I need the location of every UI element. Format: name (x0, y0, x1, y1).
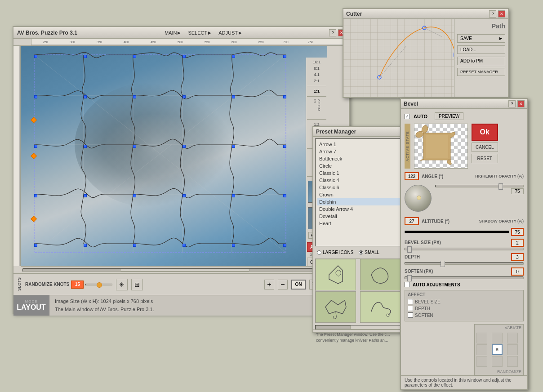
control-point[interactable] (232, 194, 235, 197)
control-point[interactable] (283, 95, 286, 98)
highlight-slider[interactable] (435, 185, 524, 187)
variate-cell-6[interactable] (507, 344, 518, 355)
preset-scrollbar[interactable] (315, 325, 404, 330)
preset-manager-btn[interactable]: PRESET MANAGER (457, 68, 505, 76)
large-icons-radio[interactable]: LARGE ICONS (317, 250, 353, 255)
control-point[interactable] (34, 95, 37, 98)
control-point[interactable] (232, 55, 235, 58)
variate-cell-5[interactable]: R (492, 344, 503, 355)
preset-icon-2[interactable] (360, 259, 401, 290)
remove-btn[interactable]: − (278, 280, 288, 290)
altitude-input[interactable]: 27 (405, 217, 419, 225)
cutter-close-btn[interactable]: ✕ (498, 10, 505, 18)
cancel-btn[interactable]: CANCEL (472, 143, 498, 152)
small-icons-radio[interactable]: SMALL (359, 250, 379, 255)
affect-depth-checkbox[interactable] (408, 306, 413, 311)
control-point[interactable] (133, 145, 136, 148)
control-point[interactable] (283, 244, 286, 247)
ok-btn[interactable]: Ok (472, 124, 498, 141)
main-help-btn[interactable]: ? (329, 29, 336, 36)
control-point[interactable] (182, 145, 186, 148)
knots-slider[interactable] (85, 284, 112, 285)
control-point[interactable] (232, 145, 235, 148)
preset-item-arrow7[interactable]: Arrow 7 (317, 148, 402, 155)
bevel-size-slider[interactable] (405, 248, 524, 250)
preset-item-bottleneck[interactable]: Bottleneck (317, 155, 402, 162)
preset-item-crown[interactable]: Crown (317, 191, 402, 198)
reset-btn[interactable]: RESET (472, 154, 498, 163)
load-btn[interactable]: LOAD... (457, 45, 505, 54)
bevel-help-btn[interactable]: ? (508, 100, 516, 107)
add-btn[interactable]: + (264, 280, 274, 290)
randomize-input[interactable]: 15 (71, 281, 84, 289)
variate-cell-1[interactable] (476, 333, 487, 343)
angle-sphere[interactable] (405, 185, 432, 212)
variate-cell-8[interactable] (492, 356, 503, 367)
zoom-8-1[interactable]: 8:1 (313, 66, 320, 71)
control-point[interactable] (34, 194, 37, 197)
control-point[interactable] (84, 95, 87, 98)
control-point[interactable] (84, 194, 87, 197)
menu-adjust[interactable]: ADJUST ▶ (218, 30, 242, 36)
control-point[interactable] (133, 244, 136, 247)
preset-item-circle[interactable]: Circle (317, 162, 402, 169)
menu-select[interactable]: SELECT ▶ (188, 30, 211, 36)
preset-item-dolphin[interactable]: Dolphin (317, 198, 402, 205)
preset-item-doublearrow4[interactable]: Double Arrow 4 (317, 205, 402, 213)
control-point[interactable] (133, 95, 136, 98)
control-point[interactable] (283, 194, 286, 197)
control-point[interactable] (34, 145, 37, 148)
zoom-16-1[interactable]: 16:1 (312, 59, 322, 65)
zoom-4-1[interactable]: 4:1 (313, 72, 320, 77)
preset-icon-1[interactable] (316, 259, 356, 290)
shadow-slider[interactable] (405, 231, 509, 233)
preview-btn[interactable]: PREVIEW (435, 112, 463, 120)
control-point[interactable] (182, 95, 186, 98)
zoom-2-1[interactable]: 2:1 (313, 78, 320, 84)
zoom-1-1[interactable]: 1:1 (313, 89, 320, 94)
scrollbar-track[interactable] (22, 268, 347, 272)
grid-btn[interactable]: ⊞ (131, 279, 143, 290)
preset-icon-3[interactable] (316, 291, 356, 323)
control-point[interactable] (84, 55, 87, 58)
variate-cell-4[interactable] (476, 344, 487, 355)
control-point[interactable] (182, 244, 186, 247)
variate-cell-2[interactable] (492, 333, 503, 343)
control-point[interactable] (34, 55, 37, 58)
menu-main[interactable]: MAIN ▶ (165, 30, 181, 36)
auto-adj-checkbox[interactable] (405, 282, 410, 287)
control-point[interactable] (84, 244, 87, 247)
control-point[interactable] (283, 145, 286, 148)
affect-bevel-checkbox[interactable] (408, 299, 413, 304)
add-pm-btn[interactable]: ADD to PM (457, 57, 505, 65)
bevel-close-btn[interactable]: ✕ (517, 100, 525, 107)
soften-slider[interactable] (405, 276, 524, 279)
control-point[interactable] (182, 194, 186, 197)
snowflake-btn[interactable]: ✳ (116, 279, 128, 290)
depth-slider[interactable] (405, 262, 524, 265)
auto-checkbox[interactable]: ✓ (405, 114, 410, 119)
control-point[interactable] (232, 244, 235, 247)
preset-item-classic1[interactable]: Classic 1 (317, 169, 402, 177)
control-point[interactable] (84, 145, 87, 148)
angle-input[interactable]: 122 (405, 172, 419, 180)
preset-item-heart[interactable]: Heart (317, 220, 402, 227)
affect-soften-checkbox[interactable] (408, 312, 413, 318)
control-point[interactable] (133, 55, 136, 58)
control-point[interactable] (232, 95, 235, 98)
control-point[interactable] (133, 194, 136, 197)
variate-cell-7[interactable] (476, 356, 487, 367)
cutter-help-btn[interactable]: ? (489, 10, 496, 18)
variate-cell-9[interactable] (507, 356, 518, 367)
variate-cell-3[interactable] (507, 333, 518, 343)
control-point[interactable] (34, 244, 37, 247)
preset-item-classic4[interactable]: Classic 4 (317, 177, 402, 184)
preset-item-arrow1[interactable]: Arrow 1 (317, 141, 402, 148)
horizontal-scrollbar[interactable] (21, 266, 349, 273)
preset-icon-4[interactable] (360, 291, 401, 323)
preset-item-dovetail[interactable]: Dovetail (317, 213, 402, 220)
on-btn[interactable]: ON (291, 280, 306, 290)
control-point[interactable] (182, 55, 186, 58)
control-point[interactable] (283, 55, 286, 58)
save-btn[interactable]: SAVE ▶ (457, 34, 505, 43)
